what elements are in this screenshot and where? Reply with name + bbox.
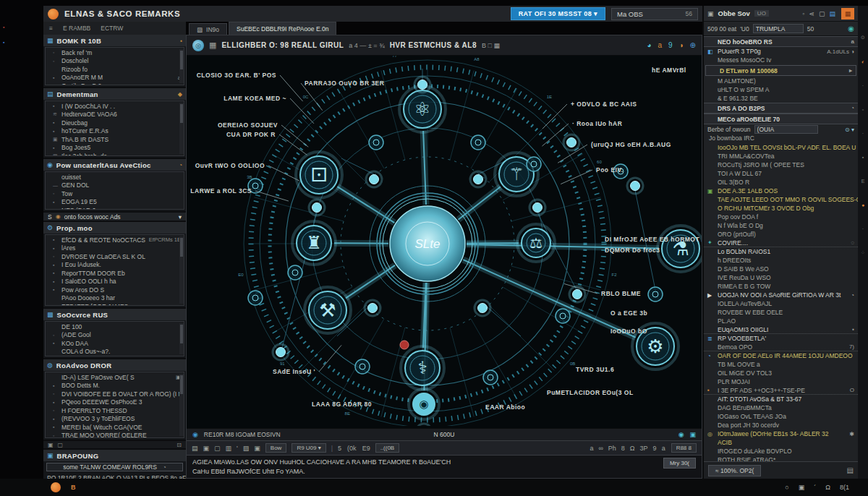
tree-item[interactable]: ▪ Bog Joes5 <box>46 144 184 153</box>
menu-item[interactable]: ECTRW <box>101 25 123 32</box>
tree-item[interactable]: ◦ (ADE Gool <box>46 331 184 340</box>
layer-dropdown[interactable]: R9 U09 ▾ <box>292 443 326 453</box>
tool-icon[interactable]: ∞ <box>598 445 603 452</box>
list-item[interactable]: TAE AOJTE LEEO OOT MMO R OOVIL SOGEES-C5 <box>704 195 858 204</box>
mode-chip[interactable]: Bow <box>265 443 287 453</box>
list-item[interactable]: OIL MiGE OV TOL3 <box>704 369 858 377</box>
primary-action-button[interactable]: RAT OFI 30 MSSST 08 ▾ <box>511 7 605 20</box>
tree-item[interactable]: ◦ DVROSE W CLaOEA SL K OL <box>46 252 184 261</box>
list-item[interactable]: ◎ IOtmJawee (DOrHe EB1s 34- ABLER 32 ✱ <box>704 429 858 438</box>
tree-item[interactable]: ▪ Oa tile DoeB.2 <box>46 82 184 85</box>
pin-icon[interactable]: ◦ <box>802 10 804 17</box>
window-icon[interactable]: ▣ <box>48 442 54 448</box>
status-icon[interactable]: ◑ <box>679 41 684 49</box>
list-item[interactable]: DAG BEruBMMCTa <box>704 403 858 412</box>
tool-icon[interactable]: ▨ <box>243 445 250 452</box>
scrollbar[interactable] <box>179 374 184 436</box>
list-item[interactable]: ▶ UOGJA NV OOI A SAoRIE GiRTIOA W AR 3t … <box>704 291 858 299</box>
list-item[interactable]: ✦ COVIRE.... ◌ <box>704 239 858 247</box>
list-item[interactable]: & E 961.32 BE <box>704 94 858 103</box>
apps-button[interactable]: ▦ <box>841 8 854 20</box>
list-item[interactable]: ROVEBE W EBE OELE <box>704 308 858 317</box>
tree-item[interactable]: ▪ EfCD & & REOTE NoOCTACS EfPCRMs 1E <box>46 236 184 244</box>
list-item[interactable]: N f Wla bE O Dg <box>704 221 858 230</box>
tray-icon[interactable]: ▣ <box>799 484 805 491</box>
strip-icon[interactable]: · <box>862 226 864 231</box>
strip-icon[interactable]: ▪ <box>862 155 864 160</box>
list-item[interactable]: PLR MOJAI <box>704 377 858 386</box>
tree-item[interactable]: COLA d Ous~-a?. <box>46 348 184 356</box>
list-item[interactable]: PL.AO <box>704 317 858 325</box>
tree-item[interactable]: ▪ I SaloEO OOLI h ha <box>46 278 184 286</box>
strip-icon[interactable]: ● <box>861 202 864 208</box>
tree-item[interactable]: ◦ Tow <box>46 189 184 198</box>
list-item[interactable]: NEO hoOeBRO RS a <box>704 36 858 47</box>
strip-icon[interactable]: · <box>862 131 864 136</box>
tree-item[interactable]: ▪ I Eou lAdusek. <box>46 261 184 270</box>
hamburger-icon[interactable]: ≡ <box>49 25 53 32</box>
list-item[interactable]: h DREEOIts <box>704 256 858 265</box>
tab-diagram[interactable]: SuEBEc DBBLR9I RePAooe E.0n <box>229 22 336 35</box>
titlebar-search[interactable]: Ma OBS 56 <box>611 8 698 20</box>
taskbar-app-icon[interactable]: B <box>71 484 76 491</box>
refresh-icon[interactable]: ◉ <box>848 25 854 33</box>
list-item[interactable]: EUqAOMI3 OIIGLI ▪ <box>704 325 858 334</box>
list-item[interactable]: Bemoa OPO 7) <box>704 343 858 351</box>
start-logo-icon[interactable] <box>51 482 61 492</box>
tree-item[interactable]: ▪ (REVVOO 3 y ToEhliFEOS <box>46 415 184 424</box>
status-icon[interactable]: ◉ <box>678 431 684 438</box>
list-item[interactable]: AIT: DTOTI AvOSa & BT 33-67 <box>704 395 858 403</box>
tree-item[interactable]: PAoo Dooeeo 3 har <box>46 294 184 303</box>
panel-header[interactable]: ▤ Dementman ◆ <box>43 88 186 100</box>
tray-icon[interactable]: ○ <box>785 484 788 491</box>
list-item[interactable]: ROCuTtj JSRO IM ( OPEE TES <box>704 161 858 169</box>
list-item[interactable]: RIMEA E B G TOW <box>704 282 858 291</box>
list-item[interactable]: ▪ I 3E PF ADS ++OC3++-TSE-PE O <box>704 386 858 395</box>
list-item[interactable]: TB ML OOVE a <box>704 360 858 369</box>
panel-toggle-icon[interactable]: ▤ <box>829 10 835 17</box>
record-icon[interactable]: ◉ <box>192 431 198 438</box>
tree-item[interactable]: ▪ KOo DAA <box>46 339 184 348</box>
tree-item[interactable]: — GEN DOL <box>46 181 184 190</box>
toolbar-icons[interactable]: a 4 — ± = ¾ <box>349 42 384 49</box>
strip-icon[interactable]: · <box>862 83 864 88</box>
tree-item[interactable]: DE 100 <box>46 322 184 331</box>
list-item[interactable]: MECo aROoBELIE 70 <box>704 114 858 124</box>
list-item[interactable]: ◧ PUuerR 3 TP0g A.1dULs ◑ <box>704 47 858 56</box>
tray-icon[interactable]: ´ <box>814 484 816 491</box>
tree-item[interactable]: ▪ PQeoo DEEEWE OsPhooE 3 <box>46 398 184 407</box>
toolbar-icons-2[interactable]: B □ ▦ <box>482 42 500 49</box>
list-item[interactable]: ROTH RSIE aTRAG* <box>704 456 858 461</box>
tool-icon[interactable]: ▤ <box>192 445 198 452</box>
status-icon[interactable]: a <box>658 41 662 49</box>
filter-input[interactable] <box>753 24 804 33</box>
sidebar-subheader[interactable]: S ◉ onto focos wooc Ads ▾ <box>43 213 186 222</box>
list-item[interactable]: IOGaso OvL TEAAS JOa <box>704 412 858 421</box>
tray-icon[interactable]: Ω <box>825 484 830 491</box>
tree-item[interactable]: ▪ OoAnoER M M a <box>46 74 184 82</box>
tool-icon[interactable]: ▣ <box>203 445 210 452</box>
expand-icon[interactable]: ⊡ <box>176 442 182 448</box>
list-item[interactable]: ▣ DOE A.3E 1ALB OOS <box>704 187 858 195</box>
tray-icon[interactable]: 8(1 <box>840 484 849 491</box>
tree-item[interactable]: ◦ Back ref 'm <box>46 48 184 57</box>
tree-item[interactable]: ▪ EOGA 19 E5 <box>46 198 184 207</box>
list-item[interactable]: M ALMTONE) <box>704 77 858 85</box>
tree-item[interactable]: ≋ HedtervaOE VAOA6 <box>46 111 184 119</box>
status-icon[interactable]: ⊕ <box>690 41 696 49</box>
tool-icon[interactable]: 5 <box>338 445 341 452</box>
list-item[interactable]: D ETLwro M 100068 ▸ <box>705 65 856 76</box>
tree-item[interactable]: ▪ Pow Aros DO S <box>46 286 184 294</box>
tool-icon[interactable]: 8 <box>621 445 625 452</box>
grid-icon[interactable]: ▦ <box>209 40 216 50</box>
tree-item[interactable]: ◦ Doscholel <box>46 57 184 66</box>
status-icon[interactable]: 9 <box>668 41 673 49</box>
tree-item[interactable]: ouisset <box>46 173 184 181</box>
tree-item[interactable]: ▣ ThA.B IR DASTS <box>46 135 184 144</box>
list-item[interactable]: TRI MMLA&COVTea <box>704 152 858 161</box>
tool-icon[interactable]: a <box>662 445 665 452</box>
tool-icon[interactable]: a <box>590 445 593 452</box>
tree-item[interactable]: ▪ EEPATEE fOOE JAMES <box>46 302 184 306</box>
panel-header[interactable]: ▦ BOMK R 10B ▪ <box>43 35 186 46</box>
panel-header[interactable]: ▩ SoOcvrce RUS <box>43 309 186 320</box>
